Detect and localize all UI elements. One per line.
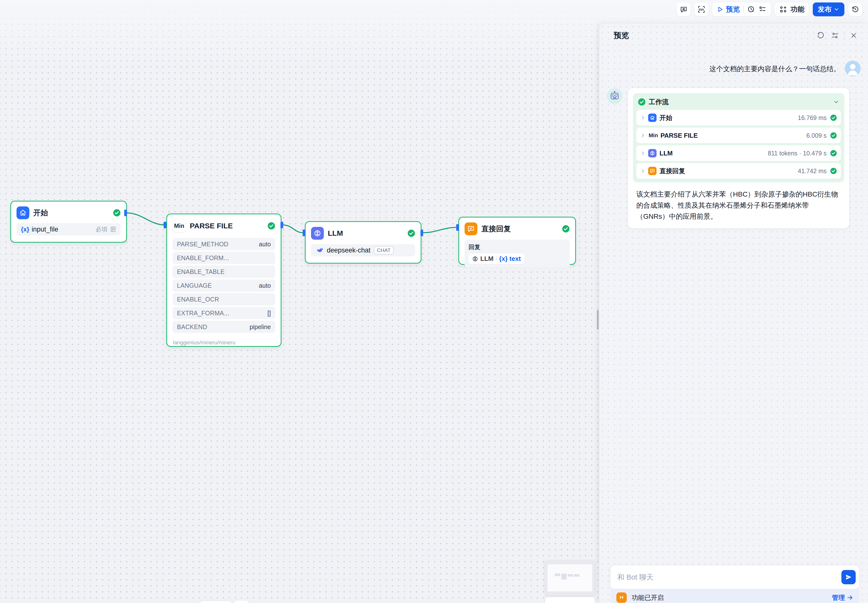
chevron-down-icon [833,99,839,105]
variable-icon: {x} [21,226,29,233]
file-doc-icon [110,226,116,232]
settings-sliders-button[interactable] [829,30,840,41]
node-parse-file[interactable]: Min PARSE FILE PARSE_METHOD auto ENABLE_… [166,213,281,347]
bot-message-bubble: 工作流 开始 16.769 ms [628,88,849,228]
play-icon [717,6,724,13]
zoom-control-bar[interactable] [545,597,595,603]
preview-panel: 预览 这个文档的主要内容是什么？一句话总结。 [599,24,868,603]
param-row: BACKEND pipeline [172,321,275,333]
minimap-node [574,574,580,577]
minimap-node [555,574,560,576]
llm-source-handle[interactable] [420,230,423,236]
workflow-trace-header[interactable]: 工作流 [633,93,844,110]
param-key: ENABLE_OCR [177,296,271,303]
param-key: PARSE_METHOD [177,241,259,248]
trace-node-meta: 6.009 s [806,132,826,139]
user-avatar [845,60,860,76]
undo-redo-bar[interactable] [234,600,249,603]
restart-conversation-button[interactable] [815,30,826,41]
variable-name: input_file [31,226,96,233]
variable-icon: {x} [499,255,508,262]
minimap-node [561,574,567,580]
mineru-logo-icon: Min [649,132,658,139]
trace-node-name: PARSE FILE [660,132,806,139]
param-key: ENABLE_TABLE [177,268,271,275]
run-group: 预览 [712,3,771,16]
trace-row-start[interactable]: 开始 16.769 ms [636,110,841,125]
checklist-icon[interactable] [759,5,766,13]
llm-model-row[interactable]: deepseek-chat CHAT [311,244,415,257]
chat-input-box [611,566,859,589]
param-value: pipeline [250,323,271,331]
param-key: EXTRA_FORMA... [177,310,267,317]
chevron-right-icon [640,115,646,121]
success-check-icon [408,229,415,237]
param-row: ENABLE_TABLE [172,266,275,278]
trace-row-llm[interactable]: LLM 811 tokens · 10.479 s [636,145,841,161]
preview-run-button[interactable]: 预览 [717,5,740,14]
param-list: PARSE_METHOD auto ENABLE_FORM... ENABLE_… [172,238,275,333]
param-row: ENABLE_FORM... [172,252,275,264]
param-value: auto [259,241,271,248]
features-icon [779,5,787,13]
variable-inspect-button[interactable] [677,3,691,16]
top-toolbar: ENV 预览 [677,3,862,16]
node-direct-reply[interactable]: 直接回复 回复 LLM / {x} text [459,217,576,265]
reply-target-handle[interactable] [456,224,459,231]
llm-target-handle[interactable] [303,230,305,236]
success-check-icon [830,114,837,121]
bot-answer-text: 该文档主要介绍了从六苯并苯（HBC）到杂原子掺杂的HBC衍生物的合成策略、性质及… [636,189,841,222]
publish-button[interactable]: 发布 [813,3,844,16]
start-source-handle[interactable] [124,210,127,216]
version-history-button[interactable] [848,3,862,16]
chat-variable-icon [680,5,688,13]
success-check-icon [267,222,275,230]
trace-node-name: 开始 [659,114,798,122]
start-variable-row[interactable]: {x} input_file 必填 [17,223,121,235]
node-title: 开始 [33,208,109,218]
chat-input[interactable] [617,573,842,581]
preview-title: 预览 [614,30,812,41]
canvas-control-bar[interactable] [200,601,232,603]
parse-target-handle[interactable] [164,222,166,228]
chevron-right-icon [640,168,646,174]
reply-variable-ref[interactable]: LLM / {x} text [468,254,524,264]
manage-features-link[interactable]: 管理 [832,594,853,602]
header-divider [844,32,845,39]
preview-header: 预览 [599,24,868,47]
workflow-canvas[interactable]: ENV 预览 [0,0,868,603]
param-row: ENABLE_OCR [172,293,275,305]
minimap[interactable] [545,560,595,595]
send-button[interactable] [842,570,856,584]
preview-run-label: 预览 [726,5,740,14]
minimap-node [567,574,573,577]
features-button[interactable]: 功能 [775,3,809,16]
panel-resize-handle[interactable] [597,310,598,329]
env-text: ENV [699,8,704,11]
trace-row-direct-reply[interactable]: 直接回复 41.742 ms [636,163,841,179]
bot-message: 工作流 开始 16.769 ms [607,88,849,228]
run-history-icon[interactable] [747,5,755,13]
chevron-down-icon [834,6,839,12]
node-start[interactable]: 开始 {x} input_file 必填 [10,201,127,243]
close-panel-button[interactable] [848,30,859,41]
ref-variable-name: text [509,255,521,262]
chevron-right-icon [640,133,646,138]
parse-source-handle[interactable] [281,222,283,228]
env-icon: ENV [697,5,705,14]
param-key: ENABLE_FORM... [177,254,271,261]
llm-brain-icon [311,227,324,240]
history-icon [851,5,859,13]
node-title: LLM [328,229,403,237]
trace-node-name: LLM [659,150,768,157]
param-value: auto [259,282,271,289]
param-value: [] [267,310,271,317]
trace-row-parse-file[interactable]: Min PARSE FILE 6.009 s [636,128,841,143]
node-llm[interactable]: LLM deepseek-chat CHAT [305,221,422,264]
env-variables-button[interactable]: ENV [694,3,708,16]
param-row: LANGUAGE auto [172,279,275,292]
success-check-icon [113,209,121,217]
trace-node-name: 直接回复 [659,167,798,175]
param-row: PARSE_METHOD auto [172,238,275,250]
reply-section: 回复 LLM / {x} text [465,240,570,267]
